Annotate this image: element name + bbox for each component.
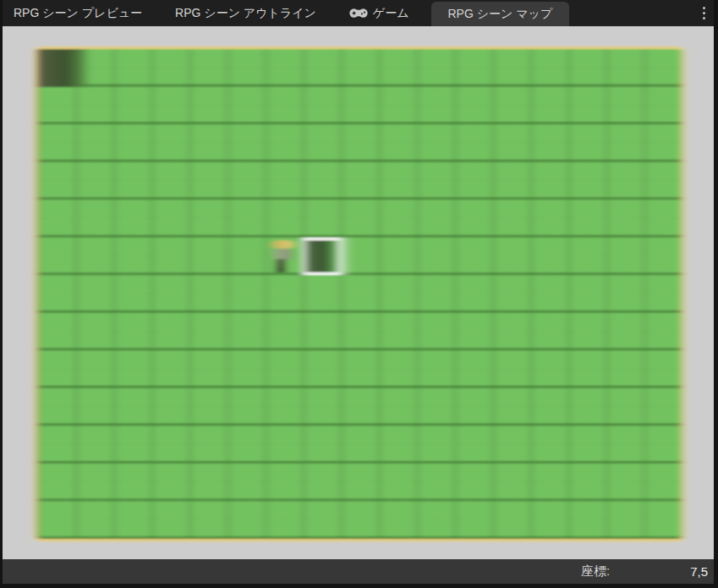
tab-bar-spacer bbox=[580, 0, 689, 26]
character-body bbox=[271, 249, 295, 259]
tab-rpg-scene-outline[interactable]: RPG シーン アウトライン bbox=[164, 0, 327, 26]
tab-game[interactable]: ゲーム bbox=[338, 0, 420, 26]
gamepad-icon bbox=[349, 8, 368, 19]
dark-tile bbox=[37, 49, 90, 87]
status-bar: 座標: 7,5 bbox=[0, 559, 718, 584]
tile-grid bbox=[37, 49, 682, 539]
selected-tile bbox=[303, 238, 341, 276]
coordinate-value: 7,5 bbox=[690, 564, 708, 579]
character-sprite bbox=[265, 238, 303, 276]
tab-label: RPG シーン プレビュー bbox=[14, 6, 142, 21]
map-canvas bbox=[3, 26, 714, 559]
kebab-menu-icon[interactable] bbox=[689, 0, 718, 26]
tab-rpg-scene-map[interactable]: RPG シーン マップ bbox=[431, 2, 570, 26]
tab-label: ゲーム bbox=[373, 6, 409, 21]
tile-map[interactable] bbox=[35, 47, 684, 541]
editor-window: RPG シーン プレビュー RPG シーン アウトライン ゲーム RPG シーン… bbox=[0, 0, 718, 588]
character-hair bbox=[268, 240, 299, 250]
tab-label: RPG シーン マップ bbox=[448, 7, 553, 22]
character-legs bbox=[276, 259, 285, 272]
tab-rpg-scene-preview[interactable]: RPG シーン プレビュー bbox=[3, 0, 153, 26]
coordinate-label: 座標: bbox=[581, 563, 610, 580]
tab-label: RPG シーン アウトライン bbox=[175, 6, 316, 21]
tab-bar: RPG シーン プレビュー RPG シーン アウトライン ゲーム RPG シーン… bbox=[0, 0, 718, 26]
